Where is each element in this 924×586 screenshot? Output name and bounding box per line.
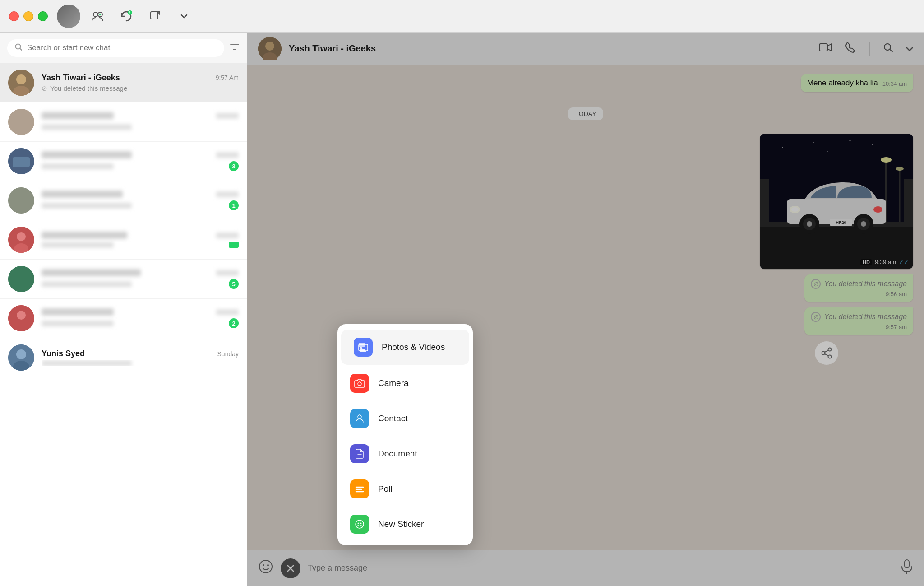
- svg-point-23: [17, 232, 26, 241]
- svg-point-88: [360, 523, 362, 524]
- camera-icon: [350, 374, 369, 393]
- blurred-preview: [42, 203, 132, 209]
- svg-point-21: [8, 187, 34, 214]
- svg-line-75: [825, 354, 828, 356]
- popup-overlay: Photos & Videos Camera: [247, 33, 924, 586]
- popup-item-photos[interactable]: Photos & Videos: [341, 330, 469, 365]
- chat-name-yunis: Yunis Syed: [42, 349, 85, 358]
- chevron-down-icon[interactable]: [176, 8, 192, 24]
- list-item[interactable]: 5: [0, 260, 247, 299]
- blurred-time: [216, 309, 239, 315]
- sticker-label: New Sticker: [378, 519, 424, 529]
- svg-line-74: [825, 350, 828, 352]
- avatar: [8, 148, 34, 174]
- chat-time-yash: 9:57 Am: [216, 74, 239, 81]
- popup-item-camera[interactable]: Camera: [337, 366, 473, 401]
- blurred-preview: [42, 321, 114, 326]
- chat-info: 2: [42, 112, 239, 132]
- chat-info: 2: [42, 308, 239, 328]
- maximize-button[interactable]: [38, 11, 48, 21]
- svg-point-3: [99, 14, 101, 15]
- poll-icon: [350, 479, 369, 498]
- close-button[interactable]: [9, 11, 19, 21]
- svg-point-0: [93, 12, 98, 17]
- document-icon: [350, 444, 369, 463]
- list-item[interactable]: 3: [0, 142, 247, 181]
- popup-item-contact[interactable]: Contact: [337, 401, 473, 436]
- blurred-name: [42, 308, 114, 316]
- attach-menu: Photos & Videos Camera: [337, 324, 473, 545]
- blurred-name: [42, 191, 123, 198]
- blurred-name: [42, 112, 114, 119]
- chat-info-yash: Yash Tiwari - iGeeks 9:57 Am ⊘ You delet…: [42, 73, 239, 93]
- title-bar-icons: !: [89, 8, 192, 24]
- chat-info: [42, 232, 239, 248]
- svg-text:!: !: [129, 10, 130, 15]
- search-icon: [14, 43, 23, 53]
- photos-label: Photos & Videos: [382, 342, 445, 352]
- document-label: Document: [378, 449, 417, 459]
- chat-item-yash[interactable]: Yash Tiwari - iGeeks 9:57 Am ⊘ You delet…: [0, 63, 247, 102]
- chat-info: 5: [42, 269, 239, 289]
- main-layout: Yash Tiwari - iGeeks 9:57 Am ⊘ You delet…: [0, 33, 924, 586]
- svg-line-11: [20, 48, 22, 50]
- blurred-preview: [42, 163, 114, 169]
- blurred-time: [216, 152, 239, 158]
- search-bar: [0, 33, 247, 63]
- avatar: [8, 266, 34, 292]
- avatar: [8, 109, 34, 135]
- list-item[interactable]: 2: [0, 299, 247, 338]
- svg-rect-20: [13, 157, 30, 167]
- blurred-preview: [42, 124, 132, 130]
- svg-point-29: [16, 349, 26, 359]
- search-input[interactable]: [27, 43, 217, 52]
- contact-label: Contact: [378, 414, 407, 423]
- avatar: [8, 187, 34, 214]
- share-button[interactable]: [815, 341, 838, 365]
- unread-badge: [229, 242, 239, 248]
- blurred-time: [216, 233, 239, 238]
- svg-point-87: [358, 523, 359, 524]
- chat-item-yunis[interactable]: Yunis Syed Sunday: [0, 338, 247, 377]
- contact-icon: [350, 409, 369, 428]
- svg-point-86: [356, 520, 364, 528]
- photos-icon: [354, 338, 373, 357]
- chat-preview-yash: ⊘ You deleted this message: [42, 84, 239, 93]
- blurred-time: [216, 270, 239, 276]
- chat-preview-yunis: [42, 360, 239, 366]
- minimize-button[interactable]: [23, 11, 33, 21]
- svg-point-79: [358, 382, 361, 386]
- blurred-preview: [42, 281, 132, 287]
- poll-label: Poll: [378, 484, 393, 494]
- unread-badge: 5: [229, 279, 239, 289]
- popup-item-new-sticker[interactable]: New Sticker: [337, 507, 473, 543]
- popup-item-poll[interactable]: Poll: [337, 471, 473, 507]
- blurred-preview: [42, 242, 114, 248]
- avatar-yash: [8, 70, 34, 96]
- list-item[interactable]: 2: [0, 102, 247, 142]
- list-item[interactable]: [0, 220, 247, 260]
- title-bar-avatar[interactable]: [57, 5, 80, 28]
- right-panel: Yash Tiwari - iGeeks: [247, 33, 924, 586]
- svg-rect-6: [151, 12, 158, 19]
- chat-time-yunis: Sunday: [217, 350, 239, 358]
- filter-icon[interactable]: [230, 42, 240, 54]
- svg-point-25: [8, 266, 34, 292]
- svg-rect-77: [359, 343, 365, 347]
- blurred-name: [42, 151, 132, 158]
- deleted-icon: ⊘: [42, 84, 47, 93]
- contacts-icon[interactable]: [89, 8, 106, 24]
- unread-badge: 2: [229, 318, 239, 328]
- title-bar: !: [0, 0, 924, 33]
- blurred-name: [42, 232, 127, 239]
- popup-item-document[interactable]: Document: [337, 436, 473, 471]
- compose-icon[interactable]: [147, 8, 163, 24]
- chat-list: Yash Tiwari - iGeeks 9:57 Am ⊘ You delet…: [0, 63, 247, 586]
- camera-label: Camera: [378, 378, 409, 388]
- blurred-time: [216, 113, 239, 119]
- traffic-lights: [9, 11, 48, 21]
- sync-icon[interactable]: !: [118, 8, 134, 24]
- sticker-icon: [350, 515, 369, 534]
- search-input-wrap[interactable]: [7, 39, 224, 57]
- list-item[interactable]: 1: [0, 181, 247, 220]
